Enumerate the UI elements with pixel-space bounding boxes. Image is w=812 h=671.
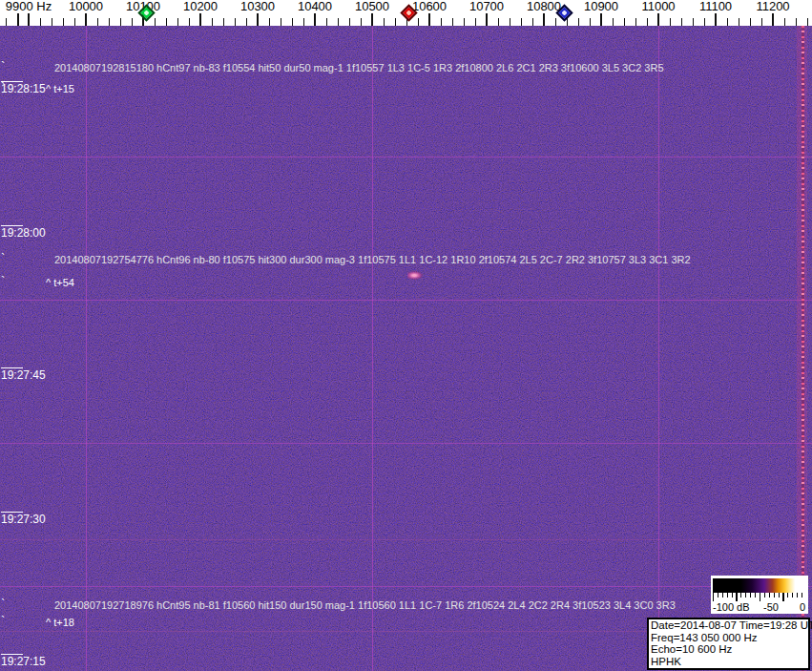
event-left-tick: ` [1,598,5,610]
info-frequency: Freq=143 050 000 Hz [651,632,806,644]
time-label: 19:28:00 [1,225,46,239]
time-gridline [0,586,812,587]
info-station-id: HPHK [651,656,806,668]
event-detail-text: 20140807192815180 hCnt97 nb-83 f10554 hi… [54,62,664,74]
faint-signal-row [0,539,812,540]
time-gridline [0,443,812,444]
frequency-ruler-label: 10300 [240,0,275,13]
colorbar-labels: -100 dB -50 0 [713,601,806,613]
info-echo: Echo=10 600 Hz [651,643,806,656]
meteor-echo-blob [407,271,423,280]
frequency-gridline [372,26,373,671]
event-left-tick: ` [1,252,5,264]
frequency-gridline [86,26,87,671]
frequency-ruler-label: 9900 Hz [6,0,52,13]
event-detail-text: 20140807192754776 hCnt96 nb-80 f10575 hi… [54,254,691,266]
time-label: 19:27:45 [1,367,46,381]
colorbar-gradient [713,578,806,593]
event-left-tick: ` [1,60,5,73]
frequency-ruler-label: 10700 [469,0,504,13]
event-time-offset: ^ t+54 [46,277,74,289]
frequency-ruler-label: 11000 [641,0,675,13]
meteor-echo-spectrogram-app: 9900 Hz100001010010200103001040010500106… [0,0,812,671]
frequency-ruler-label: 10900 [584,0,618,13]
time-gridline [0,300,812,301]
frequency-ruler: 9900 Hz100001010010200103001040010500106… [0,0,812,26]
time-label: 19:27:30 [1,512,46,525]
frequency-ruler-label: 10400 [298,0,332,13]
colorbar-ticks [713,593,806,601]
colorbar-label-min: -100 dB [713,601,750,613]
time-gridline [0,157,812,157]
event-detail-text: 20140807192718976 hCnt95 nb-81 f10560 hi… [54,599,676,612]
time-label: 19:27:15 [1,654,46,667]
event-left-tick: ` [1,615,5,627]
frequency-ruler-label: 11200 [756,0,789,13]
frequency-gridline [658,26,659,671]
frequency-ruler-label: 10200 [183,0,218,13]
frequency-ruler-label: 10500 [355,0,389,13]
status-info-box: Date=2014-08-07 Time=19:28 UTC Freq=143 … [647,618,810,670]
colorbar-label-max: 0 [800,601,805,613]
frequency-ruler-label: 10600 [412,0,447,13]
event-time-offset: ^ t+18 [46,617,74,629]
frequency-ruler-label: 10000 [69,0,103,13]
event-left-tick: ` [1,275,5,287]
time-label: 19:28:15 [1,81,46,94]
colorbar-label-mid: -50 [763,601,779,613]
waterfall-noise-texture [0,26,812,671]
spectrogram-waterfall: ``20140807192815180 hCnt97 nb-83 f10554 … [0,26,812,671]
info-date-time: Date=2014-08-07 Time=19:28 UTC [651,619,806,632]
event-time-offset: ^ t+15 [46,83,74,95]
intensity-colorbar: -100 dB -50 0 [711,576,808,614]
frequency-ruler-label: 11100 [699,0,732,13]
right-edge-signal-column [802,26,804,671]
